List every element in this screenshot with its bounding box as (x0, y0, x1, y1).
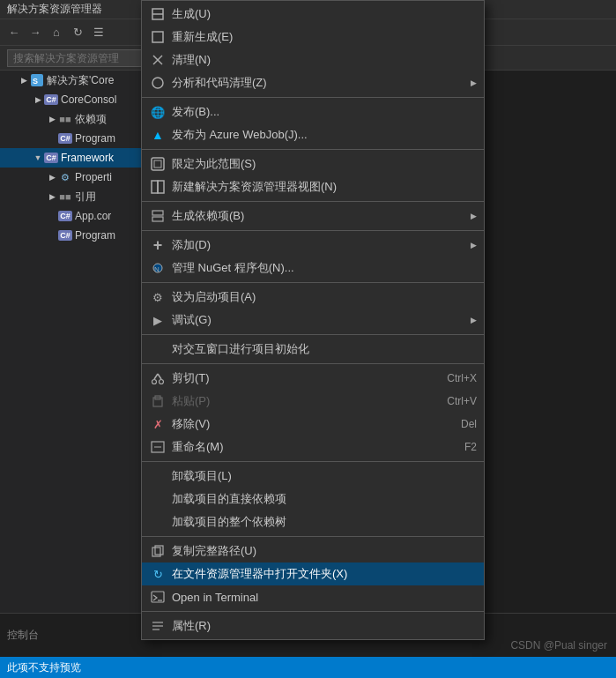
sync-btn[interactable]: ↻ (69, 24, 86, 41)
tree-arrow-coreconsole: ▶ (32, 93, 44, 106)
menu-label-new-view: 新建解决方案资源管理器视图(N) (172, 179, 477, 195)
menu-label-delete: 移除(V) (172, 416, 443, 432)
tree-item-dependency[interactable]: ▶ ■■ 依赖项 (0, 109, 143, 129)
menu-label-open-terminal: Open in Terminal (172, 591, 477, 604)
watermark-text: CSDN @Pual singer (510, 639, 607, 652)
svg-line-18 (154, 374, 158, 379)
svg-text:N: N (154, 265, 160, 273)
separator-6 (142, 334, 484, 335)
tree-label-properties: Properti (75, 171, 112, 183)
menu-item-cut[interactable]: 剪切(T) Ctrl+X (142, 367, 484, 390)
menu-item-build[interactable]: 生成(U) (142, 3, 484, 26)
menu-label-analyze: 分析和代码清理(Z) (172, 75, 477, 91)
tree-item-refs[interactable]: ▶ ■■ 引用 (0, 187, 143, 206)
menu-item-open-folder[interactable]: ↻ 在文件资源管理器中打开文件夹(X) (142, 563, 484, 585)
load-all-icon (147, 511, 168, 533)
separator-4 (142, 230, 484, 231)
separator-7 (142, 363, 484, 364)
tree-arrow-framework: ▼ (32, 152, 44, 164)
tree-arrow-solution: ▶ (18, 74, 30, 86)
tree-arrow-dependency: ▶ (46, 113, 58, 125)
cs-icon-program2: C# (58, 228, 72, 242)
title-label: 解决方案资源管理器 (7, 2, 102, 17)
svg-rect-10 (152, 181, 158, 193)
tree-item-solution[interactable]: ▶ S 解决方案'Core (0, 71, 143, 90)
add-icon: + (147, 235, 168, 256)
cs-icon-program1: C# (58, 131, 72, 145)
delete-icon: ✗ (147, 414, 168, 435)
search-input[interactable] (7, 49, 148, 67)
forward-btn[interactable]: → (26, 24, 44, 41)
build-icon (147, 4, 168, 25)
cs-icon-coreconsole: C# (44, 93, 58, 107)
status-bar: 此项不支持预览 (0, 657, 616, 678)
menu-item-debug[interactable]: ▶ 调试(G) (142, 309, 484, 332)
ref-icon-dependency: ■■ (58, 112, 72, 126)
menu-item-init-interactive[interactable]: 对交互窗口进行项目初始化 (142, 338, 484, 361)
menu-item-paste[interactable]: 粘贴(P) Ctrl+V (142, 390, 484, 413)
copypath-icon (147, 540, 168, 562)
watermark: CSDN @Pual singer (510, 639, 607, 652)
menu-item-properties-action[interactable]: 属性(R) (142, 615, 484, 637)
tree-label-program1: Program (75, 132, 115, 145)
tree-item-program1[interactable]: ▶ C# Program (0, 129, 143, 148)
menu-label-publish: 发布(B)... (172, 104, 477, 120)
tree-item-coreconsole[interactable]: ▶ C# CoreConsol (0, 90, 143, 109)
menu-item-load-all-deps[interactable]: 加载项目的整个依赖树 (142, 510, 484, 533)
menu-label-open-folder: 在文件资源管理器中打开文件夹(X) (172, 566, 477, 582)
menu-item-startup[interactable]: ⚙ 设为启动项目(A) (142, 286, 484, 309)
menu-item-rename[interactable]: 重命名(M) F2 (142, 436, 484, 458)
output-label: 控制台 (7, 628, 39, 643)
load-direct-icon (147, 488, 168, 510)
menu-item-nuget[interactable]: N 管理 NuGet 程序包(N)... (142, 257, 484, 279)
menu-item-new-view[interactable]: 新建解决方案资源管理器视图(N) (142, 175, 484, 198)
svg-rect-13 (152, 217, 163, 221)
menu-label-unload: 卸载项目(L) (172, 468, 477, 484)
tree-item-framework[interactable]: ▼ C# Framework (0, 148, 143, 168)
menu-label-copy-path: 复制完整路径(U) (172, 543, 477, 559)
menu-item-rebuild[interactable]: 重新生成(E) (142, 26, 484, 48)
menu-item-delete[interactable]: ✗ 移除(V) Del (142, 413, 484, 436)
menu-label-scope: 限定为此范围(S) (172, 156, 477, 172)
separator-9 (142, 536, 484, 537)
menu-item-unload[interactable]: 卸载项目(L) (142, 465, 484, 488)
menu-item-add[interactable]: + 添加(D) (142, 234, 484, 257)
svg-point-17 (160, 380, 164, 384)
menu-item-clean[interactable]: 清理(N) (142, 48, 484, 71)
tree-item-appconfig[interactable]: ▶ C# App.cor (0, 206, 143, 226)
menu-item-analyze[interactable]: 分析和代码清理(Z) (142, 71, 484, 94)
menu-label-nuget: 管理 NuGet 程序包(N)... (172, 260, 477, 276)
svg-rect-4 (152, 32, 163, 42)
solution-icon: S (30, 73, 44, 87)
home-btn[interactable]: ⌂ (48, 24, 65, 41)
rename-shortcut: F2 (464, 441, 477, 453)
back-btn[interactable]: ← (5, 24, 23, 41)
menu-label-init-interactive: 对交互窗口进行项目初始化 (172, 341, 477, 357)
menu-item-copy-path[interactable]: 复制完整路径(U) (142, 540, 484, 563)
tree-item-program2[interactable]: ▶ C# Program (0, 226, 143, 245)
tree-label-framework: Framework (61, 152, 114, 164)
tree-arrow-properties: ▶ (46, 171, 58, 183)
ref-icon-refs: ■■ (58, 190, 72, 204)
menu-item-open-terminal[interactable]: Open in Terminal (142, 585, 484, 608)
svg-rect-9 (154, 160, 161, 168)
settings-btn[interactable]: ☰ (90, 24, 108, 41)
menu-label-build-deps: 生成依赖项(B) (172, 208, 477, 224)
openfolder-icon: ↻ (147, 563, 168, 585)
separator-8 (142, 461, 484, 462)
menu-label-startup: 设为启动项目(A) (172, 289, 477, 305)
menu-item-load-direct-deps[interactable]: 加载项目的直接依赖项 (142, 488, 484, 510)
tree-arrow-refs: ▶ (46, 190, 58, 203)
newview-icon (147, 176, 168, 197)
menu-item-publish-azure[interactable]: ▲ 发布为 Azure WebJob(J)... (142, 123, 484, 146)
cs-icon-appconfig: C# (58, 209, 72, 223)
debug-icon: ▶ (147, 309, 168, 331)
globe-icon: 🌐 (147, 101, 168, 123)
tree-item-properties[interactable]: ▶ ⚙ Properti (0, 168, 143, 187)
azure-icon: ▲ (147, 124, 168, 145)
menu-item-publish[interactable]: 🌐 发布(B)... (142, 101, 484, 123)
menu-item-scope[interactable]: 限定为此范围(S) (142, 153, 484, 175)
menu-label-build: 生成(U) (172, 6, 477, 22)
menu-label-add: 添加(D) (172, 237, 477, 253)
menu-item-build-deps[interactable]: 生成依赖项(B) (142, 205, 484, 227)
